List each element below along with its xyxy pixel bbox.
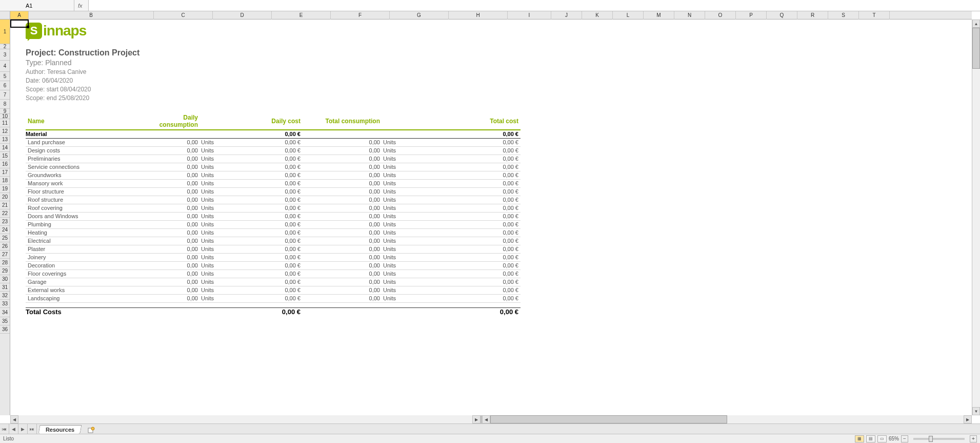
project-type: Type: Planned: [26, 59, 521, 67]
hscroll-left-arrow2[interactable]: ◀: [482, 415, 490, 423]
hscroll-right-arrow1[interactable]: ▶: [472, 415, 481, 423]
row-header-35[interactable]: 35: [0, 317, 10, 325]
row-header-2[interactable]: 2: [0, 44, 10, 49]
sheet-tab-bar: ⏮ ◀ ▶ ⏭ Resources: [0, 423, 980, 434]
col-header-D[interactable]: D: [213, 11, 272, 20]
vscroll-thumb[interactable]: [972, 28, 980, 69]
row-header-16[interactable]: 16: [0, 160, 10, 168]
row-header-4[interactable]: 4: [0, 61, 10, 72]
view-page-layout-button[interactable]: ▤: [866, 435, 875, 442]
view-page-break-button[interactable]: ▭: [877, 435, 887, 442]
col-header-J[interactable]: J: [551, 11, 582, 20]
hscroll-thumb[interactable]: [490, 415, 727, 423]
row-header-1[interactable]: 1: [0, 20, 10, 44]
fx-button[interactable]: fx: [74, 0, 89, 11]
col-header-P[interactable]: P: [736, 11, 767, 20]
col-header-L[interactable]: L: [613, 11, 644, 20]
row-header-24[interactable]: 24: [0, 226, 10, 234]
col-header-K[interactable]: K: [582, 11, 613, 20]
row-header-27[interactable]: 27: [0, 251, 10, 259]
table-row: Heating0,00Units0,00 €0,00Units0,00 €: [26, 228, 521, 237]
col-header-I[interactable]: I: [508, 11, 551, 20]
row-header-6[interactable]: 6: [0, 81, 10, 90]
hscroll-track[interactable]: [490, 415, 964, 423]
new-sheet-button[interactable]: [86, 427, 96, 434]
formula-input[interactable]: [89, 0, 980, 11]
sheet-tab-resources[interactable]: Resources: [38, 425, 82, 434]
col-header-C[interactable]: C: [154, 11, 213, 20]
row-header-13[interactable]: 13: [0, 136, 10, 144]
row-header-32[interactable]: 32: [0, 292, 10, 300]
row-header-17[interactable]: 17: [0, 168, 10, 177]
col-header-Q[interactable]: Q: [767, 11, 797, 20]
vscroll-track[interactable]: [972, 28, 980, 407]
col-header-H[interactable]: H: [449, 11, 508, 20]
table-row: External works0,00Units0,00 €0,00Units0,…: [26, 286, 521, 294]
hscroll-right-arrow2[interactable]: ▶: [964, 415, 972, 423]
cells-area[interactable]: S innaps Project: Construction Project T…: [10, 20, 972, 415]
sheet-nav-next[interactable]: ▶: [18, 424, 28, 434]
col-header-M[interactable]: M: [644, 11, 674, 20]
sheet-nav-last[interactable]: ⏭: [28, 424, 37, 434]
row-header-23[interactable]: 23: [0, 218, 10, 226]
col-header-A[interactable]: A: [10, 11, 29, 20]
row-header-30[interactable]: 30: [0, 275, 10, 283]
scroll-down-button[interactable]: ▼: [972, 407, 980, 415]
status-right: ▦ ▤ ▭ 65% − +: [855, 435, 977, 442]
table-row: Joinery0,00Units0,00 €0,00Units0,00 €: [26, 253, 521, 261]
row-header-19[interactable]: 19: [0, 185, 10, 193]
row-header-5[interactable]: 5: [0, 72, 10, 81]
row-header-25[interactable]: 25: [0, 234, 10, 242]
col-header-S[interactable]: S: [828, 11, 859, 20]
sheet-nav-prev[interactable]: ◀: [9, 424, 18, 434]
col-header-R[interactable]: R: [797, 11, 828, 20]
row-header-21[interactable]: 21: [0, 201, 10, 209]
row-header-8[interactable]: 8: [0, 100, 10, 109]
view-normal-button[interactable]: ▦: [855, 435, 864, 442]
zoom-in-button[interactable]: +: [970, 435, 977, 442]
row-header-14[interactable]: 14: [0, 144, 10, 152]
hscroll-right-pane: ◀ ▶: [482, 415, 972, 423]
svg-point-2: [91, 427, 94, 430]
col-header-F[interactable]: F: [331, 11, 390, 20]
col-header-E[interactable]: E: [272, 11, 331, 20]
table-row: Garage0,00Units0,00 €0,00Units0,00 €: [26, 278, 521, 286]
table-row: Preliminaries0,00Units0,00 €0,00Units0,0…: [26, 155, 521, 163]
section-row: Material0,00 €0,00 €: [26, 130, 521, 138]
row-header-33[interactable]: 33: [0, 300, 10, 308]
sheet-nav-first[interactable]: ⏮: [0, 424, 9, 434]
select-all-corner[interactable]: [0, 11, 10, 20]
row-header-28[interactable]: 28: [0, 259, 10, 267]
row-header-26[interactable]: 26: [0, 242, 10, 251]
table-row: Floor structure0,00Units0,00 €0,00Units0…: [26, 187, 521, 196]
zoom-slider[interactable]: [913, 438, 965, 440]
row-header-7[interactable]: 7: [0, 90, 10, 100]
row-header-34[interactable]: 34: [0, 308, 10, 317]
row-header-22[interactable]: 22: [0, 209, 10, 218]
row-header-12[interactable]: 12: [0, 127, 10, 136]
zoom-knob[interactable]: [929, 436, 933, 442]
col-header-N[interactable]: N: [674, 11, 705, 20]
table-row: Landscaping0,00Units0,00 €0,00Units0,00 …: [26, 294, 521, 302]
row-header-31[interactable]: 31: [0, 283, 10, 292]
table-row: Land purchase0,00Units0,00 €0,00Units0,0…: [26, 138, 521, 146]
sheet-nav: ⏮ ◀ ▶ ⏭: [0, 424, 37, 434]
row-header-11[interactable]: 11: [0, 119, 10, 127]
row-header-20[interactable]: 20: [0, 193, 10, 201]
row-header-10[interactable]: 10: [0, 114, 10, 119]
row-header-3[interactable]: 3: [0, 49, 10, 61]
col-header-O[interactable]: O: [705, 11, 736, 20]
col-header-B[interactable]: B: [29, 11, 154, 20]
row-header-15[interactable]: 15: [0, 152, 10, 160]
col-header-T[interactable]: T: [859, 11, 890, 20]
row-header-36[interactable]: 36: [0, 325, 10, 334]
hscroll-left-arrow1[interactable]: ◀: [10, 415, 18, 423]
worksheet-content: S innaps Project: Construction Project T…: [10, 20, 521, 316]
zoom-label: 65%: [889, 436, 899, 441]
th-total-cons: Total consumption: [303, 113, 382, 130]
col-header-G[interactable]: G: [390, 11, 449, 20]
row-header-29[interactable]: 29: [0, 267, 10, 275]
zoom-out-button[interactable]: −: [901, 435, 908, 442]
scroll-up-button[interactable]: ▲: [972, 20, 980, 28]
row-header-18[interactable]: 18: [0, 177, 10, 185]
